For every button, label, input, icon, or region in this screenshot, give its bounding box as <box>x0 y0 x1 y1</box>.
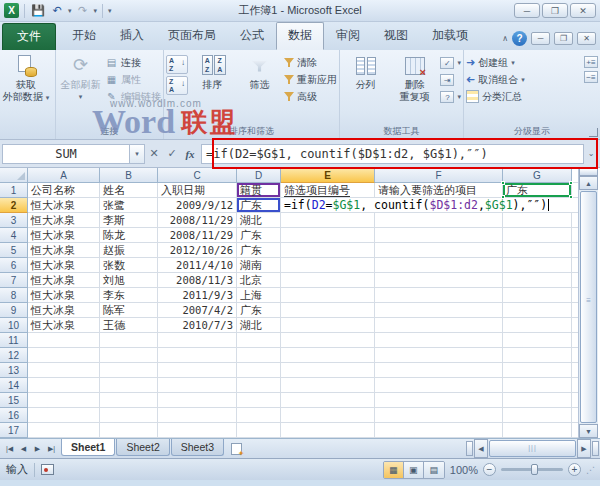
sheet-tab-Sheet2[interactable]: Sheet2 <box>116 439 169 456</box>
macro-record-icon[interactable] <box>41 464 54 475</box>
row-header-6[interactable]: 6 <box>0 258 28 273</box>
cell-F8[interactable] <box>375 288 503 303</box>
cell-G8[interactable] <box>503 288 572 303</box>
cell-G10[interactable] <box>503 318 572 333</box>
cell-A8[interactable]: 恒大冰泉 <box>28 288 100 303</box>
cell-C14[interactable] <box>158 378 237 393</box>
cell-F6[interactable] <box>375 258 503 273</box>
save-icon[interactable]: 💾 <box>30 3 46 19</box>
cancel-entry-icon[interactable]: ✕ <box>145 145 163 163</box>
tab-视图[interactable]: 视图 <box>372 22 420 50</box>
tab-数据[interactable]: 数据 <box>276 22 324 50</box>
cell-E1[interactable]: 筛选项目编号 <box>281 183 375 198</box>
sheet-tab-Sheet1[interactable]: Sheet1 <box>61 439 115 456</box>
cell-C15[interactable] <box>158 393 237 408</box>
undo-icon[interactable]: ↶ <box>49 3 65 19</box>
sort-descending-button[interactable]: ZA↓ <box>166 76 188 95</box>
remove-duplicates-button[interactable]: 删除 重复项 <box>391 52 438 103</box>
cell-D16[interactable] <box>237 408 281 423</box>
zoom-out-icon[interactable]: − <box>483 463 496 476</box>
cell-G5[interactable] <box>503 243 572 258</box>
cell-E3[interactable] <box>281 213 375 228</box>
row-header-11[interactable]: 11 <box>0 333 28 348</box>
cell-A14[interactable] <box>28 378 100 393</box>
cell-C6[interactable]: 2011/4/10 <box>158 258 237 273</box>
range-handle[interactable] <box>501 181 505 185</box>
cell-B12[interactable] <box>100 348 158 363</box>
cell-A5[interactable]: 恒大冰泉 <box>28 243 100 258</box>
range-handle[interactable] <box>569 195 573 199</box>
cell-B8[interactable]: 李东 <box>100 288 158 303</box>
data-validation-button[interactable]: ✓▾ <box>440 55 461 70</box>
cell-C8[interactable]: 2011/9/3 <box>158 288 237 303</box>
cell-F11[interactable] <box>375 333 503 348</box>
redo-dropdown-icon[interactable]: ▾ <box>94 7 98 15</box>
cell-C16[interactable] <box>158 408 237 423</box>
row-header-9[interactable]: 9 <box>0 303 28 318</box>
cell-D6[interactable]: 湖南 <box>237 258 281 273</box>
cell-B10[interactable]: 王德 <box>100 318 158 333</box>
cell-E16[interactable] <box>281 408 375 423</box>
row-header-12[interactable]: 12 <box>0 348 28 363</box>
cell-F10[interactable] <box>375 318 503 333</box>
cell-F13[interactable] <box>375 363 503 378</box>
row-header-16[interactable]: 16 <box>0 408 28 423</box>
page-layout-view-icon[interactable]: ▣ <box>404 462 424 478</box>
cell-B7[interactable]: 刘旭 <box>100 273 158 288</box>
cell-E10[interactable] <box>281 318 375 333</box>
ungroup-button[interactable]: ➜取消组合▾ <box>466 72 582 87</box>
cell-F17[interactable] <box>375 423 503 438</box>
row-header-5[interactable]: 5 <box>0 243 28 258</box>
text-to-columns-button[interactable]: 分列 <box>342 52 389 91</box>
cell-F15[interactable] <box>375 393 503 408</box>
sort-button[interactable]: AZZA 排序 <box>190 52 235 91</box>
cell-G15[interactable] <box>503 393 572 408</box>
cell-D8[interactable]: 上海 <box>237 288 281 303</box>
cell-C2[interactable]: 2009/9/12 <box>158 198 237 213</box>
cell-G4[interactable] <box>503 228 572 243</box>
tab-加载项[interactable]: 加载项 <box>420 22 480 50</box>
cell-F1[interactable]: 请输入要筛选的项目 <box>375 183 503 198</box>
vertical-scroll-thumb[interactable] <box>580 191 597 423</box>
prev-sheet-icon[interactable]: ◀ <box>17 445 30 453</box>
cell-E13[interactable] <box>281 363 375 378</box>
row-header-3[interactable]: 3 <box>0 213 28 228</box>
cell-B13[interactable] <box>100 363 158 378</box>
cell-F3[interactable] <box>375 213 503 228</box>
cell-G11[interactable] <box>503 333 572 348</box>
filter-button[interactable]: 筛选 <box>237 52 282 91</box>
cell-D4[interactable]: 广东 <box>237 228 281 243</box>
cell-G1[interactable]: 广东 <box>503 183 572 198</box>
select-all-corner[interactable] <box>0 168 28 183</box>
cell-C5[interactable]: 2012/10/26 <box>158 243 237 258</box>
cell-G13[interactable] <box>503 363 572 378</box>
cell-B9[interactable]: 陈军 <box>100 303 158 318</box>
cell-E12[interactable] <box>281 348 375 363</box>
row-header-13[interactable]: 13 <box>0 363 28 378</box>
scroll-up-icon[interactable]: ▲ <box>579 176 598 190</box>
cell-D9[interactable]: 广东 <box>237 303 281 318</box>
cell-G16[interactable] <box>503 408 572 423</box>
column-header-D[interactable]: D <box>237 168 281 183</box>
cell-C3[interactable]: 2008/11/29 <box>158 213 237 228</box>
cell-B14[interactable] <box>100 378 158 393</box>
tab-公式[interactable]: 公式 <box>228 22 276 50</box>
row-header-2[interactable]: 2 <box>0 198 28 213</box>
row-header-4[interactable]: 4 <box>0 228 28 243</box>
cell-A13[interactable] <box>28 363 100 378</box>
cell-A1[interactable]: 公司名称 <box>28 183 100 198</box>
cell-F5[interactable] <box>375 243 503 258</box>
normal-view-icon[interactable]: ▦ <box>384 462 404 478</box>
cell-D14[interactable] <box>237 378 281 393</box>
cell-B2[interactable]: 张鹭 <box>100 198 158 213</box>
cell-C1[interactable]: 入职日期 <box>158 183 237 198</box>
cell-D3[interactable]: 湖北 <box>237 213 281 228</box>
tab-file[interactable]: 文件 <box>2 23 56 50</box>
cell-D11[interactable] <box>237 333 281 348</box>
insert-function-icon[interactable]: fx <box>181 145 199 163</box>
refresh-all-button[interactable]: ⟳ 全部刷新 ▾ <box>58 52 103 103</box>
cell-B5[interactable]: 赵振 <box>100 243 158 258</box>
cell-E11[interactable] <box>281 333 375 348</box>
column-header-A[interactable]: A <box>28 168 100 183</box>
cell-G9[interactable] <box>503 303 572 318</box>
